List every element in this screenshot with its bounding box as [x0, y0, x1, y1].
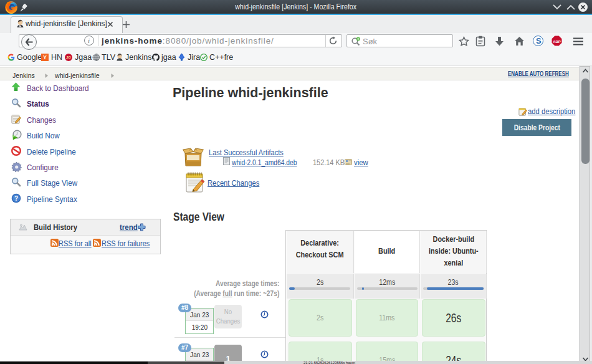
svg-text:?: ? [14, 194, 18, 201]
svg-text:ABP: ABP [553, 40, 561, 44]
